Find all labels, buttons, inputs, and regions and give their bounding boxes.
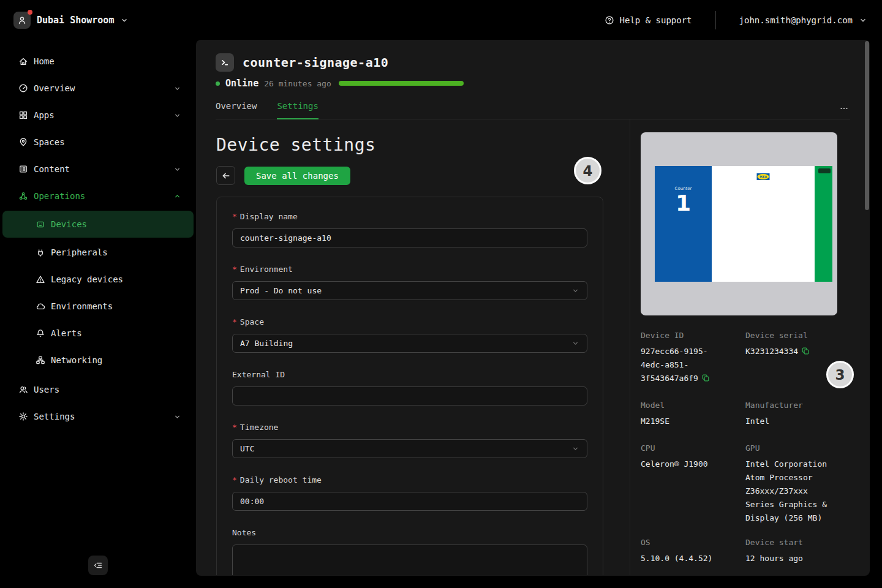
info-model: Model M219SE xyxy=(641,399,745,428)
save-all-changes-button[interactable]: Save all changes xyxy=(244,167,350,185)
sidebar-item-apps[interactable]: Apps xyxy=(0,102,196,129)
counter-label: Counter xyxy=(655,186,712,191)
home-icon xyxy=(18,56,28,66)
device-status-row: Online 26 minutes ago xyxy=(216,77,850,89)
info-value: 927ecc66-9195-4edc-a851-3f543647a6f9 xyxy=(641,345,731,385)
brand-logo: IKEA xyxy=(757,173,770,180)
sidebar-item-overview[interactable]: Overview xyxy=(0,75,196,102)
device-header: counter-signage-a10 Online 26 minutes ag… xyxy=(196,40,870,119)
field-label: *Environment xyxy=(232,264,587,275)
copy-icon[interactable] xyxy=(801,347,810,355)
sidebar-item-home[interactable]: Home xyxy=(0,48,196,75)
notification-dot xyxy=(28,10,32,15)
preview-counter-panel: Counter 1 xyxy=(655,166,712,282)
chevron-down-icon xyxy=(173,111,181,119)
info-label: Avg CPU usage xyxy=(641,574,745,575)
sidebar-item-spaces[interactable]: Spaces xyxy=(0,129,196,156)
sidebar-collapse-button[interactable] xyxy=(88,556,108,575)
required-asterisk: * xyxy=(232,422,237,433)
chevron-down-icon xyxy=(859,16,867,24)
select-value: UTC xyxy=(240,444,254,453)
info-value: M219SE xyxy=(641,415,731,428)
online-status-dot xyxy=(216,81,220,86)
sidebar-item-environments[interactable]: Environments xyxy=(0,293,196,320)
topbar-right: Help & support john.smith@phygrid.com xyxy=(605,11,867,29)
sidebar-item-label: Peripherals xyxy=(51,247,181,257)
sidebar-item-legacy-devices[interactable]: Legacy devices xyxy=(0,266,196,293)
daily-reboot-time-input[interactable] xyxy=(232,492,587,511)
notes-textarea[interactable] xyxy=(232,545,587,575)
required-asterisk: * xyxy=(232,475,237,486)
cloud-icon xyxy=(36,301,45,311)
sidebar-item-label: Apps xyxy=(34,110,168,120)
field-environment: *Environment Prod - Do not use xyxy=(232,264,587,300)
field-label: External ID xyxy=(232,369,587,380)
external-id-input[interactable] xyxy=(232,386,587,405)
org-switcher[interactable]: Dubai Showroom xyxy=(13,12,129,29)
timezone-select[interactable]: UTC xyxy=(232,439,587,458)
select-value: Prod - Do not use xyxy=(240,286,322,295)
field-external-id: External ID xyxy=(232,369,587,405)
org-avatar xyxy=(13,12,31,29)
field-label: Notes xyxy=(232,527,587,538)
info-manufacturer: Manufacturer Intel xyxy=(745,399,858,428)
device-info-panel: Counter 1 IKEA Device ID xyxy=(630,119,870,575)
field-label: *Daily reboot time xyxy=(232,475,587,486)
sidebar-item-users[interactable]: Users xyxy=(0,376,196,403)
device-settings-form-section: Device settings Save all changes *Displa… xyxy=(196,119,630,575)
help-support-link[interactable]: Help & support xyxy=(605,15,692,25)
sidebar-item-label: Operations xyxy=(34,191,168,201)
field-display-name: *Display name xyxy=(232,211,587,247)
sidebar-item-label: Environments xyxy=(51,301,181,311)
sidebar-item-label: Alerts xyxy=(51,328,181,338)
info-value: K3231234334 xyxy=(745,345,836,358)
info-value: 5.10.0 (4.4.52) xyxy=(641,552,731,565)
more-actions-button[interactable] xyxy=(837,101,851,116)
topbar-divider xyxy=(715,11,716,29)
required-asterisk: * xyxy=(232,211,237,222)
device-icon xyxy=(36,219,45,229)
info-cpu: CPU Celeron® J1900 xyxy=(641,442,745,525)
back-button[interactable] xyxy=(216,166,235,185)
sidebar-item-label: Users xyxy=(34,385,181,394)
chevron-down-icon xyxy=(571,445,579,453)
user-email: john.smith@phygrid.com xyxy=(739,15,853,25)
sidebar-item-settings[interactable]: Settings xyxy=(0,403,196,430)
field-daily-reboot-time: *Daily reboot time xyxy=(232,475,587,511)
sidebar-item-devices[interactable]: Devices xyxy=(2,211,194,238)
info-label: CPU xyxy=(641,442,745,455)
account-menu[interactable]: john.smith@phygrid.com xyxy=(739,15,867,25)
operations-nodes-icon xyxy=(18,191,28,201)
copy-icon[interactable] xyxy=(701,374,710,382)
terminal-icon xyxy=(216,53,234,72)
org-name: Dubai Showroom xyxy=(37,15,114,26)
device-name: counter-signage-a10 xyxy=(243,55,388,70)
tab-overview[interactable]: Overview xyxy=(216,101,257,119)
sidebar-item-alerts[interactable]: Alerts xyxy=(0,320,196,347)
chevron-down-icon xyxy=(173,413,181,421)
info-label: Device ID xyxy=(641,329,745,342)
question-circle-icon xyxy=(605,15,614,25)
info-label: GPU xyxy=(745,442,858,455)
info-label: Device serial xyxy=(745,329,858,342)
sidebar-item-label: Spaces xyxy=(34,137,181,147)
sidebar-item-operations[interactable]: Operations xyxy=(0,183,196,209)
scrollbar-thumb[interactable] xyxy=(865,41,869,210)
chevron-down-icon xyxy=(173,85,181,92)
sidebar-item-peripherals[interactable]: Peripherals xyxy=(0,239,196,266)
chevron-down-icon xyxy=(571,287,579,295)
preview-content-area: IKEA xyxy=(712,166,815,282)
chevron-up-icon xyxy=(173,192,181,200)
space-select[interactable]: A7 Building xyxy=(232,334,587,353)
topbar: Dubai Showroom Help & support john.smith… xyxy=(0,0,882,40)
sidebar-item-label: Home xyxy=(34,56,181,66)
warning-triangle-icon xyxy=(36,274,45,284)
display-name-input[interactable] xyxy=(232,228,587,247)
collapse-menu-icon xyxy=(93,560,103,570)
sidebar-item-label: Settings xyxy=(34,412,168,421)
sidebar-item-networking[interactable]: Networking xyxy=(0,347,196,374)
info-device-start: Device start 12 hours ago xyxy=(745,536,858,565)
tab-settings[interactable]: Settings xyxy=(277,101,318,119)
sidebar-item-content[interactable]: Content xyxy=(0,156,196,183)
environment-select[interactable]: Prod - Do not use xyxy=(232,281,587,300)
